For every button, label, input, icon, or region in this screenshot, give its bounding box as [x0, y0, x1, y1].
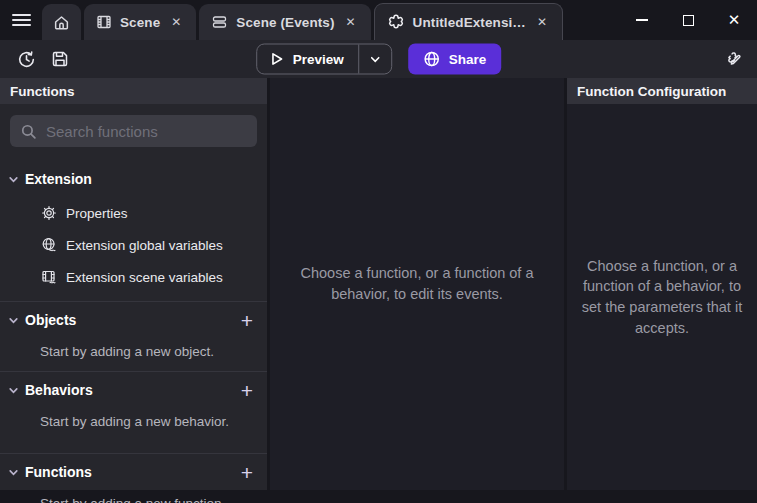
tab-label: Scene — [120, 15, 160, 30]
main-menu-button[interactable] — [0, 0, 42, 40]
function-configuration-panel: Function Configuration Choose a function… — [567, 78, 757, 490]
history-button[interactable] — [12, 45, 40, 73]
main-area: Functions Extension — [0, 78, 757, 490]
scene-icon — [96, 14, 112, 30]
extension-icon — [387, 13, 405, 31]
section-functions[interactable]: Functions + — [0, 454, 267, 490]
history-clock-icon — [16, 49, 37, 70]
extension-global-variables-item[interactable]: Extension global variables — [0, 229, 267, 261]
search-functions-input[interactable] — [46, 123, 247, 140]
chevron-down-icon — [8, 174, 19, 185]
chevron-down-icon — [8, 315, 19, 326]
functions-panel: Functions Extension — [0, 78, 267, 490]
window-maximize-button[interactable] — [665, 0, 711, 40]
section-title: Behaviors — [25, 382, 93, 398]
objects-empty-hint: Start by adding a new object. — [0, 338, 267, 371]
search-icon — [20, 123, 37, 140]
tab-scene[interactable]: Scene ✕ — [84, 4, 196, 40]
tab-home[interactable] — [42, 4, 81, 40]
share-label: Share — [449, 52, 487, 67]
maximize-icon — [683, 15, 694, 26]
functions-panel-title: Functions — [0, 78, 267, 104]
function-configuration-placeholder: Choose a function, or a function of a be… — [581, 256, 743, 338]
play-icon — [269, 52, 284, 67]
add-behavior-button[interactable]: + — [239, 380, 255, 401]
events-editor-placeholder: Choose a function, or a function of a be… — [284, 263, 550, 304]
home-icon — [53, 14, 70, 31]
item-label: Properties — [66, 206, 128, 221]
window-controls: ✕ — [619, 0, 757, 40]
chevron-down-icon — [8, 467, 19, 478]
window-close-button[interactable]: ✕ — [711, 0, 757, 40]
add-function-button[interactable]: + — [239, 462, 255, 483]
save-button[interactable] — [46, 45, 74, 73]
search-functions-box[interactable] — [10, 115, 257, 147]
gear-icon — [41, 205, 57, 221]
behaviors-empty-hint: Start by adding a new behavior. — [0, 408, 267, 441]
preview-button[interactable]: Preview — [256, 44, 392, 75]
edit-extension-button[interactable] — [719, 45, 747, 73]
globe-variables-icon — [41, 237, 57, 253]
window-minimize-button[interactable] — [619, 0, 665, 40]
extension-properties-item[interactable]: Properties — [0, 197, 267, 229]
tab-close-icon[interactable]: ✕ — [534, 13, 550, 31]
minimize-icon — [636, 19, 648, 21]
preview-label: Preview — [293, 52, 344, 67]
titlebar: Scene ✕ Scene (Events) ✕ UntitledExtensi… — [0, 0, 757, 40]
section-title: Objects — [25, 312, 76, 328]
section-extension[interactable]: Extension — [0, 161, 267, 197]
tab-close-icon[interactable]: ✕ — [168, 13, 184, 31]
scene-variables-icon — [41, 269, 57, 285]
share-button[interactable]: Share — [408, 44, 502, 75]
add-object-button[interactable]: + — [239, 310, 255, 331]
section-title: Extension — [25, 171, 92, 187]
save-icon — [50, 49, 70, 69]
item-label: Extension global variables — [66, 238, 223, 253]
edit-extension-icon — [723, 49, 744, 70]
tab-label: UntitledExtensi… — [413, 15, 526, 30]
hamburger-icon — [12, 11, 31, 29]
item-label: Extension scene variables — [66, 270, 223, 285]
preview-options-button[interactable] — [359, 53, 391, 65]
section-title: Functions — [25, 464, 92, 480]
close-icon: ✕ — [728, 11, 741, 29]
events-sheet-icon — [211, 14, 228, 30]
function-configuration-title: Function Configuration — [567, 78, 757, 104]
section-objects[interactable]: Objects + — [0, 302, 267, 338]
chevron-down-icon — [8, 385, 19, 396]
section-behaviors[interactable]: Behaviors + — [0, 372, 267, 408]
tab-untitled-extension[interactable]: UntitledExtensi… ✕ — [374, 3, 563, 40]
globe-icon — [423, 51, 440, 68]
extension-scene-variables-item[interactable]: Extension scene variables — [0, 261, 267, 293]
chevron-down-icon — [369, 53, 381, 65]
functions-empty-hint: Start by adding a new function. — [0, 490, 267, 503]
toolbar: Preview Share — [0, 40, 757, 78]
